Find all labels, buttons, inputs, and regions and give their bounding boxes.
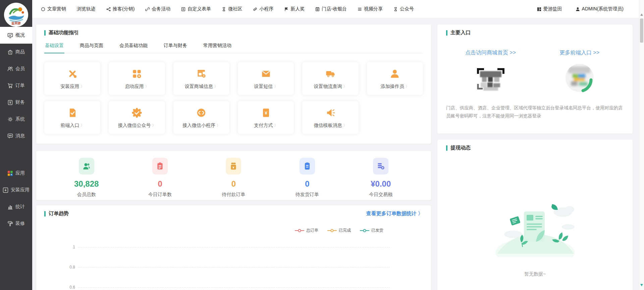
title-accent-bar (446, 30, 447, 36)
sidebar-item-label: 消息 (15, 133, 25, 139)
sidebar-item-decorate[interactable]: 装修 (0, 215, 32, 232)
members-icon (79, 158, 94, 175)
logo-text: 盐田游 (11, 21, 21, 25)
tab-orders-finance[interactable]: 订单与财务 (163, 43, 188, 53)
tools-icon (66, 68, 78, 80)
topnav-distribution[interactable]: 推客(分销) (106, 6, 135, 12)
sidebar-item-members[interactable]: 会员 (0, 60, 32, 77)
main-entry-panel: 主要入口 点击访问商城首页 >> (437, 25, 633, 134)
order-trend-title: 订单趋势 (44, 210, 69, 217)
stat-label: 会员总数 (77, 192, 96, 198)
sidebar-nav: 概况 商品 会员 订单 财务 系统 (0, 27, 32, 232)
stat-total-members[interactable]: 30,828 会员总数 (50, 158, 123, 200)
card-template-message[interactable]: 微信模板消息〉 (302, 101, 358, 134)
scroll-up-arrow-icon[interactable] (640, 12, 643, 16)
topnav-conference-activity[interactable]: 会务活动 (145, 6, 170, 12)
page-scrollbar[interactable] (639, 0, 644, 290)
card-logistics-query[interactable]: 设置物流查询〉 (302, 62, 358, 95)
apps-color-icon (7, 171, 13, 176)
topnav-newcomer-award[interactable]: 新人奖 (284, 6, 305, 12)
tab-marketing-activities[interactable]: 常用营销活动 (203, 43, 232, 53)
chevron-right-icon: 〉 (274, 123, 278, 128)
legend-completed[interactable]: 已完成 (327, 228, 351, 233)
chart-legend: 总订单 已完成 已发货 (44, 228, 423, 233)
guide-card-grid: 安装应用〉 启动应用〉 设置商城信息〉 设置短信〉 (44, 62, 423, 134)
y-axis-tick: 1 (66, 245, 75, 249)
topnav-micro-community[interactable]: 微社区 (222, 6, 242, 12)
user-name: ADMIN(系统管理员) (582, 6, 624, 12)
card-frontend-entry[interactable]: 前端入口〉 (44, 101, 100, 134)
card-launch-app[interactable]: 启动应用〉 (109, 62, 165, 95)
user-menu[interactable]: ADMIN(系统管理员) (576, 6, 624, 12)
topnav-store-cashier[interactable]: 门店-收银台 (315, 6, 347, 12)
card-wechat-mini[interactable]: 接入微信小程序〉 (173, 101, 229, 134)
entry-note-text: 门店、供应商、酒店、企业管理、区域代理等独立后台登录域名同总平台，使用对应的店员… (446, 104, 624, 120)
sidebar-item-messages[interactable]: 消息 (0, 128, 32, 144)
card-install-app[interactable]: 安装应用〉 (44, 62, 100, 95)
stat-label: 待发货订单 (296, 192, 319, 198)
sidebar-item-label: 应用 (15, 170, 25, 176)
card-shop-info[interactable]: 设置商城信息〉 (173, 62, 229, 95)
tab-basic-settings[interactable]: 基础设置 (44, 43, 64, 53)
brand-logo[interactable]: 盐田游 (4, 3, 28, 27)
stat-pending-payment[interactable]: ¥ 0 待付款订单 (197, 158, 270, 200)
stat-today-amount[interactable]: ¥0.00 今日交易额 (344, 158, 418, 200)
topnav-article-marketing[interactable]: 文章营销 (41, 6, 66, 12)
mall-qr-image (473, 62, 508, 96)
content-area: 基础功能指引 基础设置 商品与页面 会员基础功能 订单与财务 常用营销活动 安装… (32, 18, 639, 290)
order-icon (7, 83, 13, 89)
sidebar-item-orders[interactable]: 订单 (0, 77, 32, 94)
topnav-mini-program[interactable]: 小程序 (253, 6, 273, 12)
more-frontend-entries-link[interactable]: 更多前端入口 >> (559, 49, 599, 56)
tab-goods-pages[interactable]: 商品与页面 (79, 43, 104, 53)
sidebar-item-system[interactable]: 系统 (0, 111, 32, 128)
sidebar-item-install-apps[interactable]: 安装应用 (0, 182, 32, 198)
topbar: 文章营销 浏览轨迹 推客(分销) 会务活动 自定义表单 微社区 (32, 0, 639, 18)
sidebar-item-apps[interactable]: 应用 (0, 165, 32, 182)
visit-mall-home-link[interactable]: 点击访问商城首页 >> (465, 49, 516, 56)
stat-today-orders[interactable]: 0 今日订单数 (123, 158, 197, 200)
topbar-right: 爱游盐田 ADMIN(系统管理员) (537, 6, 624, 12)
card-payment-method[interactable]: ¥ 支付方式〉 (238, 101, 294, 134)
topnav-custom-form[interactable]: 自定义表单 (181, 6, 211, 12)
stats-icon (7, 204, 13, 210)
main-entry-title-text: 主要入口 (450, 30, 471, 36)
topnav-label: 公众号 (400, 6, 414, 12)
legend-shipped[interactable]: 已发货 (360, 228, 383, 233)
chevron-right-icon: 〉 (214, 84, 218, 89)
legend-label: 已发货 (371, 228, 383, 233)
legend-marker-icon (360, 229, 370, 232)
card-sms-settings[interactable]: 设置短信〉 (238, 62, 294, 95)
hourglass-icon (222, 7, 226, 11)
legend-marker-icon (294, 229, 305, 232)
scrollbar-thumb[interactable] (640, 18, 643, 43)
sidebar-item-label: 统计 (15, 204, 25, 210)
card-add-operator[interactable]: 添加操作员〉 (367, 62, 423, 95)
scroll-down-arrow-icon[interactable] (640, 284, 643, 288)
message-icon (7, 133, 13, 139)
topnav-browse-track[interactable]: 浏览轨迹 (77, 6, 96, 12)
topnav-official-account[interactable]: 公众号 (393, 6, 414, 12)
legend-total-orders[interactable]: 总订单 (294, 228, 318, 233)
topbar-nav: 文章营销 浏览轨迹 推客(分销) 会务活动 自定义表单 微社区 (41, 6, 414, 12)
orders-today-icon (152, 158, 168, 175)
more-order-stats-link[interactable]: 查看更多订单数据统计 〉 (366, 210, 423, 217)
sidebar-item-overview[interactable]: 概况 (0, 27, 32, 44)
sidebar-item-finance[interactable]: 财务 (0, 94, 32, 111)
workspace-switcher[interactable]: 爱游盐田 (537, 6, 562, 12)
topnav-video-share[interactable]: 视频分享 (358, 6, 383, 12)
card-label: 接入微信小程序 (182, 123, 215, 129)
y-axis-tick: 0.6 (66, 285, 75, 290)
sidebar-item-label: 订单 (15, 83, 25, 89)
tab-member-basics[interactable]: 会员基础功能 (119, 43, 148, 53)
guide-title-text: 基础功能指引 (49, 30, 79, 36)
miniprogram-icon (253, 7, 257, 11)
stat-pending-shipment[interactable]: 0 待发货订单 (270, 158, 344, 200)
empty-state-text: 暂无数据~ (437, 271, 633, 277)
card-wechat-official[interactable]: 接入微信公众号〉 (109, 101, 165, 134)
overview-icon (7, 33, 13, 38)
card-label: 接入微信公众号 (118, 123, 151, 129)
sidebar-item-statistics[interactable]: 统计 (0, 198, 32, 215)
sidebar-item-goods[interactable]: 商品 (0, 44, 32, 60)
hourglass-icon (393, 7, 398, 11)
